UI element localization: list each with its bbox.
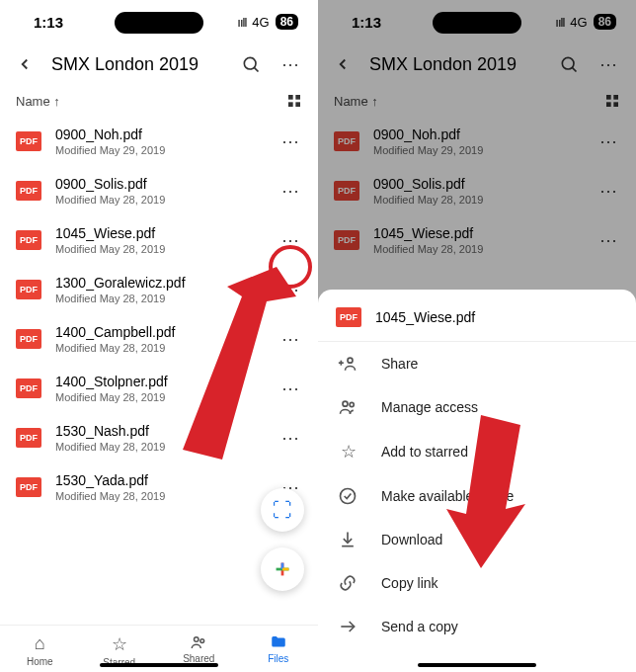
pdf-icon: PDF [16,181,41,201]
list-item[interactable]: PDF 0900_Solis.pdfModified May 28, 2019 … [0,166,318,215]
home-icon: ⌂ [35,633,45,654]
svg-point-18 [343,401,348,406]
pdf-icon: PDF [16,280,41,299]
nav-files[interactable]: Files [239,626,319,672]
phone-right: 1:13 ııll 4G 86 SMX London 2019 ⋯ Name ↑… [318,0,636,672]
list-item[interactable]: PDF 0900_Noh.pdfModified May 29, 2019 ⋯ [0,117,318,166]
file-modified: Modified May 28, 2019 [55,490,265,502]
shared-icon [190,633,207,651]
scan-fab[interactable]: ⛶ [261,488,304,532]
file-modified: Modified May 28, 2019 [55,243,265,255]
sheet-share-label: Share [381,356,418,372]
pdf-icon: PDF [336,307,361,327]
nav-home-label: Home [27,656,53,667]
notch [115,12,203,34]
file-name: 0900_Noh.pdf [55,126,265,142]
pdf-icon: PDF [16,329,41,349]
svg-marker-6 [183,267,296,460]
grid-view-icon[interactable] [286,93,302,109]
file-name: 1045_Wiese.pdf [55,225,265,241]
svg-marker-23 [446,415,525,568]
more-icon[interactable]: ⋯ [278,53,302,75]
status-time: 1:13 [34,14,63,31]
back-icon[interactable] [16,55,34,73]
file-name: 1530_Yada.pdf [55,472,265,488]
sheet-copylink-label: Copy link [381,575,438,591]
offline-icon [338,486,359,506]
signal-icon: ııll [237,15,246,30]
svg-point-0 [244,57,256,69]
svg-point-7 [195,637,199,642]
pdf-icon: PDF [16,230,41,250]
pdf-icon: PDF [16,378,41,398]
svg-rect-5 [295,102,300,107]
link-icon [338,573,359,593]
phone-left: 1:13 ııll 4G 86 SMX London 2019 ⋯ Name ↑… [0,0,318,672]
pdf-icon: PDF [16,131,41,151]
sheet-sendcopy-label: Send a copy [381,619,458,634]
folder-icon [270,633,287,651]
file-modified: Modified May 28, 2019 [55,194,265,206]
svg-rect-3 [295,95,300,100]
status-right: ııll 4G 86 [237,14,298,30]
sheet-share[interactable]: Share [318,342,636,385]
svg-point-8 [200,639,204,643]
sheet-send-copy[interactable]: Send a copy [318,605,636,648]
pdf-icon: PDF [16,428,41,448]
notch [433,12,521,34]
svg-point-19 [350,402,354,406]
send-icon [338,617,359,636]
pdf-icon: PDF [16,477,41,497]
sheet-manage-label: Manage access [381,399,478,415]
sort-row: Name ↑ [0,85,318,117]
status-network: 4G [252,15,269,30]
annotation-arrow [427,415,525,573]
add-fab[interactable] [261,547,304,591]
nav-files-label: Files [268,653,288,664]
svg-point-20 [341,489,356,504]
file-name: 0900_Solis.pdf [55,176,265,192]
svg-line-1 [254,67,258,71]
sheet-header: PDF 1045_Wiese.pdf [318,303,636,342]
annotation-arrow [148,267,296,464]
svg-rect-4 [288,102,293,107]
star-icon: ☆ [112,633,127,655]
item-more-icon[interactable]: ⋯ [278,130,302,152]
search-icon[interactable] [241,54,261,74]
download-icon [338,530,359,549]
sheet-file-name: 1045_Wiese.pdf [375,309,475,325]
person-add-icon [338,354,359,374]
file-modified: Modified May 29, 2019 [55,144,265,156]
svg-rect-2 [288,95,293,100]
page-title: SMX London 2019 [51,54,223,75]
star-icon: ☆ [338,441,359,462]
item-more-icon[interactable]: ⋯ [278,180,302,202]
nav-home[interactable]: ⌂Home [0,626,80,672]
home-indicator [418,663,536,667]
fab-area: ⛶ [261,488,304,591]
app-header: SMX London 2019 ⋯ [0,43,318,85]
battery-badge: 86 [276,14,298,30]
home-indicator [100,663,218,667]
sort-label[interactable]: Name ↑ [16,94,60,109]
people-icon [338,397,359,417]
svg-point-15 [348,358,353,363]
